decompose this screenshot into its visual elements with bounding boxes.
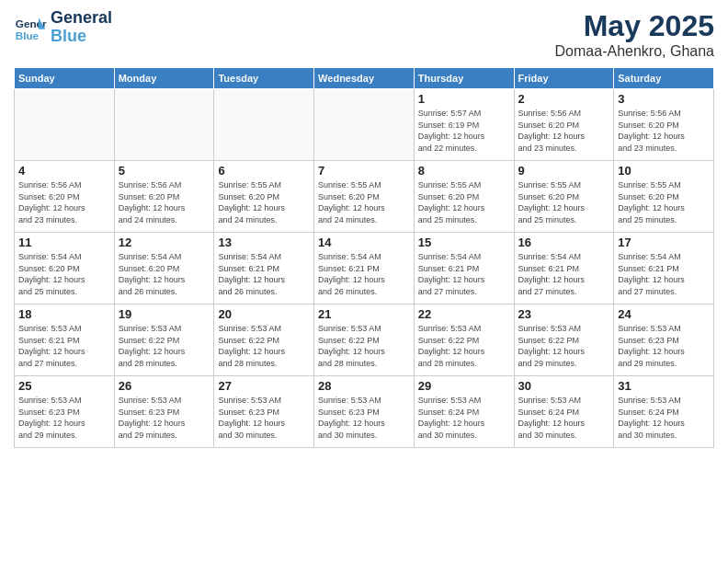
table-row: 3Sunrise: 5:56 AM Sunset: 6:20 PM Daylig… xyxy=(614,89,714,161)
day-number: 4 xyxy=(18,164,110,178)
day-number: 31 xyxy=(618,379,710,393)
week-row-4: 18Sunrise: 5:53 AM Sunset: 6:21 PM Dayli… xyxy=(15,304,714,376)
logo: General Blue General Blue xyxy=(14,9,112,46)
table-row: 6Sunrise: 5:55 AM Sunset: 6:20 PM Daylig… xyxy=(214,161,314,233)
day-number: 18 xyxy=(18,307,110,321)
day-info: Sunrise: 5:55 AM Sunset: 6:20 PM Dayligh… xyxy=(318,179,410,225)
table-row: 20Sunrise: 5:53 AM Sunset: 6:22 PM Dayli… xyxy=(214,304,314,376)
logo-text: General Blue xyxy=(51,9,112,46)
table-row: 18Sunrise: 5:53 AM Sunset: 6:21 PM Dayli… xyxy=(15,304,115,376)
table-row: 23Sunrise: 5:53 AM Sunset: 6:22 PM Dayli… xyxy=(514,304,614,376)
day-number: 2 xyxy=(518,92,610,106)
table-row: 29Sunrise: 5:53 AM Sunset: 6:24 PM Dayli… xyxy=(414,376,514,448)
day-info: Sunrise: 5:55 AM Sunset: 6:20 PM Dayligh… xyxy=(218,179,310,225)
day-info: Sunrise: 5:53 AM Sunset: 6:23 PM Dayligh… xyxy=(218,395,310,441)
day-info: Sunrise: 5:53 AM Sunset: 6:22 PM Dayligh… xyxy=(318,323,410,369)
table-row: 19Sunrise: 5:53 AM Sunset: 6:22 PM Dayli… xyxy=(114,304,214,376)
day-number: 10 xyxy=(618,164,710,178)
day-info: Sunrise: 5:53 AM Sunset: 6:22 PM Dayligh… xyxy=(119,323,210,369)
header-thursday: Thursday xyxy=(414,68,514,89)
day-number: 20 xyxy=(218,307,310,321)
day-info: Sunrise: 5:55 AM Sunset: 6:20 PM Dayligh… xyxy=(418,179,510,225)
table-row: 2Sunrise: 5:56 AM Sunset: 6:20 PM Daylig… xyxy=(514,89,614,161)
day-info: Sunrise: 5:53 AM Sunset: 6:23 PM Dayligh… xyxy=(318,395,410,441)
day-number: 3 xyxy=(618,92,710,106)
day-number: 27 xyxy=(218,379,310,393)
day-info: Sunrise: 5:54 AM Sunset: 6:21 PM Dayligh… xyxy=(618,251,710,297)
header: General Blue General Blue May 2025 Domaa… xyxy=(14,9,714,60)
day-number: 26 xyxy=(119,379,210,393)
table-row: 12Sunrise: 5:54 AM Sunset: 6:20 PM Dayli… xyxy=(114,233,214,304)
day-number: 13 xyxy=(218,236,310,249)
day-number: 28 xyxy=(318,379,410,393)
day-number: 21 xyxy=(318,307,410,321)
day-info: Sunrise: 5:53 AM Sunset: 6:24 PM Dayligh… xyxy=(618,395,710,441)
table-row: 30Sunrise: 5:53 AM Sunset: 6:24 PM Dayli… xyxy=(514,376,614,448)
table-row: 4Sunrise: 5:56 AM Sunset: 6:20 PM Daylig… xyxy=(15,161,115,233)
table-row: 21Sunrise: 5:53 AM Sunset: 6:22 PM Dayli… xyxy=(314,304,415,376)
calendar-header-row: Sunday Monday Tuesday Wednesday Thursday… xyxy=(15,68,714,89)
table-row: 28Sunrise: 5:53 AM Sunset: 6:23 PM Dayli… xyxy=(314,376,415,448)
day-info: Sunrise: 5:53 AM Sunset: 6:22 PM Dayligh… xyxy=(418,323,510,369)
day-number: 19 xyxy=(119,307,210,321)
table-row: 27Sunrise: 5:53 AM Sunset: 6:23 PM Dayli… xyxy=(214,376,314,448)
logo-line1: General xyxy=(51,9,112,28)
day-info: Sunrise: 5:53 AM Sunset: 6:22 PM Dayligh… xyxy=(518,323,610,369)
svg-text:Blue: Blue xyxy=(16,29,40,40)
calendar: Sunday Monday Tuesday Wednesday Thursday… xyxy=(14,67,714,448)
table-row: 14Sunrise: 5:54 AM Sunset: 6:21 PM Dayli… xyxy=(314,233,415,304)
day-number: 8 xyxy=(418,164,510,178)
header-sunday: Sunday xyxy=(15,68,115,89)
table-row: 22Sunrise: 5:53 AM Sunset: 6:22 PM Dayli… xyxy=(414,304,514,376)
header-monday: Monday xyxy=(114,68,214,89)
table-row: 8Sunrise: 5:55 AM Sunset: 6:20 PM Daylig… xyxy=(414,161,514,233)
header-saturday: Saturday xyxy=(614,68,714,89)
week-row-1: 1Sunrise: 5:57 AM Sunset: 6:19 PM Daylig… xyxy=(15,89,714,161)
header-tuesday: Tuesday xyxy=(214,68,314,89)
day-info: Sunrise: 5:53 AM Sunset: 6:22 PM Dayligh… xyxy=(218,323,310,369)
day-info: Sunrise: 5:56 AM Sunset: 6:20 PM Dayligh… xyxy=(618,108,710,154)
day-number: 30 xyxy=(518,379,610,393)
day-number: 1 xyxy=(418,92,510,106)
day-info: Sunrise: 5:57 AM Sunset: 6:19 PM Dayligh… xyxy=(418,108,510,154)
table-row xyxy=(15,89,115,161)
day-number: 11 xyxy=(18,236,110,249)
table-row: 26Sunrise: 5:53 AM Sunset: 6:23 PM Dayli… xyxy=(114,376,214,448)
day-number: 25 xyxy=(18,379,110,393)
table-row: 31Sunrise: 5:53 AM Sunset: 6:24 PM Dayli… xyxy=(614,376,714,448)
day-info: Sunrise: 5:56 AM Sunset: 6:20 PM Dayligh… xyxy=(119,179,210,225)
day-info: Sunrise: 5:56 AM Sunset: 6:20 PM Dayligh… xyxy=(18,179,110,225)
page-container: General Blue General Blue May 2025 Domaa… xyxy=(0,0,728,457)
day-number: 16 xyxy=(518,236,610,249)
day-info: Sunrise: 5:53 AM Sunset: 6:24 PM Dayligh… xyxy=(418,395,510,441)
table-row: 25Sunrise: 5:53 AM Sunset: 6:23 PM Dayli… xyxy=(15,376,115,448)
table-row: 7Sunrise: 5:55 AM Sunset: 6:20 PM Daylig… xyxy=(314,161,415,233)
week-row-2: 4Sunrise: 5:56 AM Sunset: 6:20 PM Daylig… xyxy=(15,161,714,233)
day-info: Sunrise: 5:56 AM Sunset: 6:20 PM Dayligh… xyxy=(518,108,610,154)
header-wednesday: Wednesday xyxy=(314,68,415,89)
table-row: 9Sunrise: 5:55 AM Sunset: 6:20 PM Daylig… xyxy=(514,161,614,233)
month-title: May 2025 xyxy=(555,9,714,43)
day-info: Sunrise: 5:53 AM Sunset: 6:24 PM Dayligh… xyxy=(518,395,610,441)
table-row: 16Sunrise: 5:54 AM Sunset: 6:21 PM Dayli… xyxy=(514,233,614,304)
day-info: Sunrise: 5:55 AM Sunset: 6:20 PM Dayligh… xyxy=(518,179,610,225)
day-number: 15 xyxy=(418,236,510,249)
day-info: Sunrise: 5:54 AM Sunset: 6:21 PM Dayligh… xyxy=(318,251,410,297)
day-info: Sunrise: 5:54 AM Sunset: 6:21 PM Dayligh… xyxy=(218,251,310,297)
table-row: 11Sunrise: 5:54 AM Sunset: 6:20 PM Dayli… xyxy=(15,233,115,304)
day-number: 23 xyxy=(518,307,610,321)
day-info: Sunrise: 5:54 AM Sunset: 6:20 PM Dayligh… xyxy=(119,251,210,297)
table-row: 10Sunrise: 5:55 AM Sunset: 6:20 PM Dayli… xyxy=(614,161,714,233)
day-number: 14 xyxy=(318,236,410,249)
table-row: 1Sunrise: 5:57 AM Sunset: 6:19 PM Daylig… xyxy=(414,89,514,161)
day-number: 17 xyxy=(618,236,710,249)
table-row: 17Sunrise: 5:54 AM Sunset: 6:21 PM Dayli… xyxy=(614,233,714,304)
table-row xyxy=(214,89,314,161)
table-row xyxy=(314,89,415,161)
table-row: 13Sunrise: 5:54 AM Sunset: 6:21 PM Dayli… xyxy=(214,233,314,304)
day-info: Sunrise: 5:53 AM Sunset: 6:23 PM Dayligh… xyxy=(618,323,710,369)
day-info: Sunrise: 5:53 AM Sunset: 6:23 PM Dayligh… xyxy=(18,395,110,441)
week-row-3: 11Sunrise: 5:54 AM Sunset: 6:20 PM Dayli… xyxy=(15,233,714,304)
week-row-5: 25Sunrise: 5:53 AM Sunset: 6:23 PM Dayli… xyxy=(15,376,714,448)
day-number: 24 xyxy=(618,307,710,321)
